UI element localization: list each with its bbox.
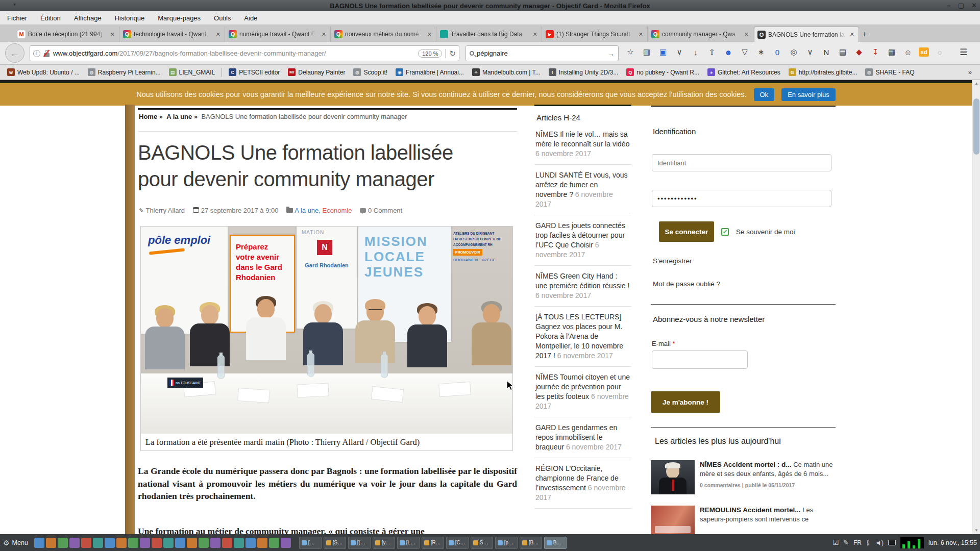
menu-hamburger-icon[interactable]: ☰ (960, 47, 967, 58)
h24-article-link[interactable]: GARD Les gendarmes en repos immobilisent… (534, 417, 631, 458)
tab-qwant-technologie[interactable]: Qtechnologie travail - Qwant✕ (120, 27, 225, 42)
tab-close-icon[interactable]: ✕ (532, 31, 538, 38)
clock[interactable]: lun. 6 nov., 15:55 (928, 539, 977, 546)
bookmark-framalibre[interactable]: ◉Framalibre | Annuai... (393, 67, 467, 77)
downloader-icon[interactable]: ◆ (853, 46, 865, 58)
breadcrumb-section[interactable]: A la une » (166, 113, 198, 120)
bookmark-delaunay[interactable]: MrDelaunay Painter (285, 67, 348, 77)
bookmark-webupd8[interactable]: wWeb Upd8: Ubuntu / ... (4, 67, 83, 77)
bookmark-mandelbulb[interactable]: ✳Mandelbulb.com | T... (469, 67, 544, 77)
chevron-down-icon[interactable]: ∨ (674, 46, 685, 58)
password-input[interactable]: •••••••••••• (652, 190, 831, 207)
bookmark-qwant[interactable]: Qno pubkey - Qwant R... (623, 67, 702, 77)
email-input[interactable] (652, 350, 748, 369)
menu-affichage[interactable]: Affichage (74, 14, 102, 22)
tab-close-icon[interactable]: ✕ (743, 31, 750, 38)
app-launcher-icon[interactable] (105, 538, 115, 548)
keyboard-layout-indicator[interactable]: FR (853, 539, 862, 546)
account-icon[interactable]: ☻ (723, 46, 734, 58)
bluetooth-icon[interactable]: ᛒ (866, 539, 870, 546)
breadcrumb-home[interactable]: Home » (139, 113, 163, 120)
h24-article-link[interactable]: [À TOUS LES LECTEURS] Gagnez vos places … (534, 307, 631, 367)
tab-active-objectifgard[interactable]: OBAGNOLS Une formation la✕ (754, 27, 859, 42)
app-launcher-icon[interactable] (175, 538, 185, 548)
forgot-password-link[interactable]: Mot de passe oublié ? (653, 280, 836, 288)
palette-icon[interactable]: ∗ (755, 46, 767, 58)
menu-fichier[interactable]: Fichier (7, 14, 27, 22)
tab-close-icon[interactable]: ✕ (215, 31, 222, 38)
bookmark-unity[interactable]: IInstalling Unity 2D/3... (546, 67, 622, 77)
download-icon[interactable]: ↓ (690, 46, 701, 58)
evernote-icon[interactable]: N (821, 46, 832, 58)
updates-check-icon[interactable]: ☑ (832, 539, 839, 546)
bookmark-scoopit[interactable]: ◍Scoop.it! (350, 67, 390, 77)
cookie-more-button[interactable]: En savoir plus (781, 88, 836, 101)
upload-icon[interactable]: ⇧ (706, 46, 718, 58)
back-button[interactable]: ← (5, 43, 24, 63)
menu-marque-pages[interactable]: Marque-pages (158, 14, 201, 22)
tab-youtube[interactable]: ▶(1) Stranger Things Soundt✕ (543, 27, 648, 42)
app-launcher-icon[interactable] (34, 538, 44, 548)
cookie-ok-button[interactable]: Ok (754, 88, 775, 101)
grid-tool-icon[interactable]: ▦ (886, 46, 897, 58)
record-icon[interactable]: ◎ (788, 46, 799, 58)
reload-icon[interactable]: ↻ (445, 49, 456, 58)
menu-edition[interactable]: Édition (40, 14, 61, 22)
bookmark-petscii[interactable]: CPETSCII editor (226, 67, 283, 77)
category-a-la-une[interactable]: A la une, (295, 207, 321, 214)
register-link[interactable]: S’enregistrer (653, 257, 836, 265)
taskbar-window-button[interactable]: [y… (373, 537, 395, 549)
close-button[interactable]: ✕ (971, 0, 977, 11)
video-tool-icon[interactable]: ▽ (739, 46, 750, 58)
h24-article-link[interactable]: LUNDI SANTÉ Et vous, vous arrêtez de fum… (534, 165, 631, 215)
down-arrow-icon[interactable]: ↧ (870, 46, 881, 58)
most-read-item[interactable]: NÎMES Accident mortel : d... Ce matin un… (651, 460, 836, 494)
h24-article-link[interactable]: NÎMES Il nie le vol… mais sa mère le rec… (534, 124, 631, 165)
h24-article-link[interactable]: GARD Les jouets connectés trop faciles à… (534, 215, 631, 266)
bookmarks-overflow-icon[interactable]: » (968, 68, 976, 76)
search-icon[interactable] (470, 51, 474, 56)
sd-extension-icon[interactable]: sd (919, 47, 929, 57)
tab-qwant-numerique[interactable]: Qnumérique travail - Qwant F✕ (226, 27, 331, 42)
save-page-icon[interactable]: ▣ (657, 46, 669, 58)
minimize-button[interactable]: – (947, 0, 951, 11)
app-launcher-icon[interactable] (210, 538, 220, 548)
app-launcher-icon[interactable] (246, 538, 256, 548)
search-input[interactable] (477, 49, 605, 57)
tab-gmail[interactable]: MBoîte de réception (21 994)✕ (14, 27, 119, 42)
subscribe-button[interactable]: Je m'abonne ! (651, 391, 720, 413)
app-launcher-icon[interactable] (69, 538, 80, 548)
face-icon[interactable]: ☺ (902, 46, 914, 58)
taskbar-window-button[interactable]: [B… (520, 537, 542, 549)
page-info-icon[interactable]: i (33, 50, 40, 57)
app-launcher-icon[interactable] (140, 538, 150, 548)
vertical-scrollbar[interactable]: ▲ ▼ (972, 80, 980, 534)
app-launcher-icon[interactable] (222, 538, 232, 548)
app-launcher-icon[interactable] (46, 538, 56, 548)
menu-outils[interactable]: Outils (214, 14, 231, 22)
display-icon[interactable] (888, 540, 896, 545)
taskbar-window-button[interactable]: [C… (446, 537, 469, 549)
app-launcher-icon[interactable] (187, 538, 197, 548)
taskbar-window-button[interactable]: S… (471, 537, 493, 549)
tab-close-icon[interactable]: ✕ (109, 31, 116, 38)
scroll-up-icon[interactable]: ▲ (972, 80, 980, 87)
insecure-lock-icon[interactable] (43, 50, 50, 57)
email-field[interactable] (657, 356, 742, 364)
login-submit-button[interactable]: Se connecter (659, 221, 714, 242)
app-launcher-icon[interactable] (93, 538, 103, 548)
bookmark-share-faq[interactable]: ◍SHARE - FAQ (862, 67, 917, 77)
tab-close-icon[interactable]: ✕ (321, 31, 327, 38)
zoom-level-indicator[interactable]: 120 % (418, 49, 442, 58)
disabled-extension-icon[interactable]: ○ (934, 46, 945, 58)
scrollbar-thumb[interactable] (973, 98, 979, 155)
tab-close-icon[interactable]: ✕ (426, 31, 433, 38)
app-launcher-icon[interactable] (128, 538, 138, 548)
taskbar-window-button[interactable]: [(… (348, 537, 371, 549)
maximize-button[interactable]: ▢ (958, 0, 964, 11)
taskbar-window-button[interactable]: [… (299, 537, 322, 549)
taskbar-window-button-active[interactable]: B… (544, 537, 567, 549)
bookmark-glitchet[interactable]: ◕Glitchet: Art Resources (704, 67, 783, 77)
notes-icon[interactable]: ▤ (837, 46, 848, 58)
tab-qwant-metiers[interactable]: Qnouveaux métiers du numé✕ (331, 27, 436, 42)
